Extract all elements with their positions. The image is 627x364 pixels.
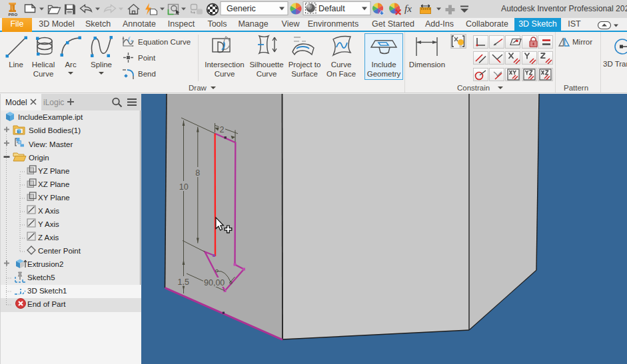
svg-text:PRO: PRO [9,13,18,17]
svg-text:Generic: Generic [227,4,256,13]
svg-text:2: 2 [220,125,225,134]
svg-text:iLogic: iLogic [43,98,64,107]
svg-text:8: 8 [195,168,200,178]
svg-text:Model: Model [5,98,27,107]
svg-text:Default: Default [318,4,345,13]
svg-text:1,5: 1,5 [178,277,189,287]
svg-text:90,00: 90,00 [204,278,225,287]
svg-text:fx: fx [404,3,412,14]
svg-text:10: 10 [179,182,189,192]
